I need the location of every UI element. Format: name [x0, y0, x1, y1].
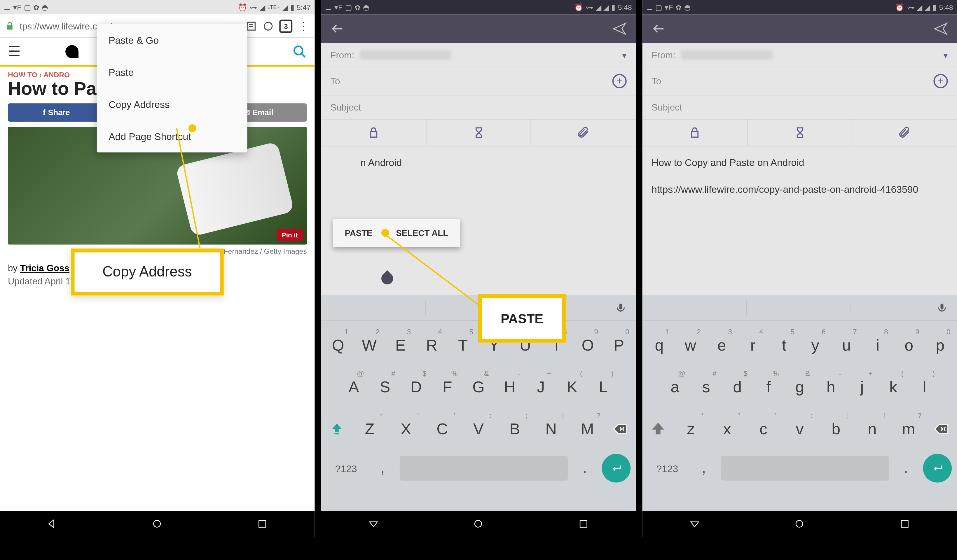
key-comma[interactable]: , — [691, 460, 717, 476]
key-o[interactable]: o9 — [894, 325, 925, 366]
share-facebook-button[interactable]: fShare — [8, 104, 105, 122]
home-nav-icon[interactable] — [794, 518, 805, 530]
key-k[interactable]: K( — [556, 367, 587, 407]
key-symbols[interactable]: ?123 — [648, 462, 687, 474]
key-enter[interactable] — [602, 454, 631, 483]
key-n[interactable]: n! — [854, 409, 890, 449]
key-symbols[interactable]: ?123 — [327, 462, 366, 474]
key-enter[interactable] — [923, 454, 952, 483]
send-icon[interactable] — [613, 22, 627, 36]
paste-option[interactable]: PASTE — [333, 219, 384, 247]
pinit-button[interactable]: Pin it — [276, 229, 303, 241]
key-c[interactable]: C' — [424, 409, 460, 449]
menu-copy-address[interactable]: Copy Address — [97, 88, 248, 120]
add-recipient-icon[interactable]: + — [613, 74, 627, 88]
key-a[interactable]: A@ — [338, 367, 370, 407]
key-space[interactable] — [400, 456, 568, 481]
overflow-menu-button[interactable]: ⋮ — [298, 20, 309, 32]
encrypt-icon[interactable] — [321, 120, 426, 146]
add-recipient-icon[interactable]: + — [933, 74, 948, 88]
key-d[interactable]: D$ — [401, 367, 432, 407]
key-d[interactable]: d$ — [722, 367, 753, 407]
key-backspace[interactable] — [605, 409, 634, 449]
key-period[interactable]: . — [572, 460, 598, 476]
mic-icon[interactable] — [936, 302, 948, 314]
key-h[interactable]: h- — [815, 367, 846, 407]
key-z[interactable]: Z* — [352, 409, 388, 449]
key-p[interactable]: p0 — [925, 325, 956, 366]
encrypt-icon[interactable] — [643, 120, 747, 146]
email-body-field[interactable]: How to Copy and Paste on Android https:/… — [643, 147, 957, 212]
key-x[interactable]: X" — [388, 409, 424, 449]
key-j[interactable]: j+ — [846, 367, 878, 407]
recents-nav-icon[interactable] — [256, 518, 268, 530]
key-b[interactable]: b; — [818, 409, 854, 449]
key-u[interactable]: u7 — [831, 325, 862, 366]
key-g[interactable]: G& — [463, 367, 494, 407]
key-w[interactable]: W2 — [354, 325, 385, 366]
key-m[interactable]: m? — [891, 409, 927, 449]
chevron-down-icon[interactable]: ▾ — [943, 50, 948, 60]
timer-icon[interactable] — [426, 120, 531, 146]
key-r[interactable]: r4 — [737, 325, 769, 366]
from-field[interactable]: From: ▾ — [643, 43, 957, 67]
hamburger-icon[interactable]: ☰ — [8, 43, 21, 60]
key-o[interactable]: O9 — [572, 325, 603, 366]
author-link[interactable]: Tricia Goss — [20, 263, 69, 274]
key-t[interactable]: T5 — [447, 325, 478, 366]
subject-field[interactable]: Subject — [321, 95, 636, 120]
home-icon[interactable] — [262, 20, 274, 32]
to-field[interactable]: To + — [643, 67, 957, 95]
back-nav-icon[interactable] — [689, 518, 701, 530]
key-backspace[interactable] — [927, 409, 955, 449]
key-l[interactable]: L) — [587, 367, 619, 407]
send-icon[interactable] — [933, 22, 948, 36]
menu-add-page-shortcut[interactable]: Add Page Shortcut — [97, 120, 248, 153]
timer-icon[interactable] — [747, 120, 853, 146]
tab-count-button[interactable]: 3 — [279, 19, 292, 32]
key-a[interactable]: a@ — [659, 367, 691, 407]
key-t[interactable]: t5 — [769, 325, 800, 366]
recents-nav-icon[interactable] — [577, 518, 589, 530]
key-comma[interactable]: , — [370, 460, 396, 476]
key-l[interactable]: l) — [909, 367, 940, 407]
attach-icon[interactable] — [531, 120, 636, 146]
key-j[interactable]: J+ — [525, 367, 556, 407]
key-w[interactable]: w2 — [675, 325, 706, 366]
back-arrow-icon[interactable] — [652, 22, 666, 36]
key-p[interactable]: P0 — [603, 325, 635, 366]
key-q[interactable]: q1 — [644, 325, 675, 366]
email-body-field[interactable]: n Android — [321, 147, 636, 212]
subject-field[interactable]: Subject — [643, 95, 957, 120]
key-c[interactable]: c' — [745, 409, 781, 449]
key-r[interactable]: R4 — [416, 325, 447, 366]
key-v[interactable]: v: — [782, 409, 818, 449]
home-nav-icon[interactable] — [473, 518, 484, 530]
key-shift[interactable] — [322, 409, 351, 449]
key-e[interactable]: e3 — [706, 325, 737, 366]
from-field[interactable]: From: ▾ — [321, 43, 636, 67]
key-s[interactable]: s# — [691, 367, 722, 407]
home-nav-icon[interactable] — [152, 518, 163, 530]
back-arrow-icon[interactable] — [330, 22, 344, 36]
key-shift[interactable] — [644, 409, 673, 449]
to-field[interactable]: To + — [321, 67, 636, 95]
key-i[interactable]: i8 — [862, 325, 894, 366]
key-y[interactable]: y6 — [800, 325, 831, 366]
key-m[interactable]: M? — [569, 409, 605, 449]
key-g[interactable]: g& — [784, 367, 815, 407]
chevron-down-icon[interactable]: ▾ — [622, 50, 627, 60]
key-q[interactable]: Q1 — [322, 325, 354, 366]
key-b[interactable]: B; — [497, 409, 533, 449]
key-v[interactable]: V: — [460, 409, 497, 449]
mic-icon[interactable] — [615, 302, 627, 314]
key-period[interactable]: . — [893, 460, 919, 476]
key-n[interactable]: N! — [533, 409, 569, 449]
search-icon[interactable] — [292, 44, 306, 58]
key-h[interactable]: H- — [494, 367, 525, 407]
key-f[interactable]: F% — [432, 367, 463, 407]
menu-paste[interactable]: Paste — [97, 56, 248, 88]
key-k[interactable]: k( — [878, 367, 909, 407]
back-nav-icon[interactable] — [47, 518, 58, 530]
key-e[interactable]: E3 — [385, 325, 416, 366]
